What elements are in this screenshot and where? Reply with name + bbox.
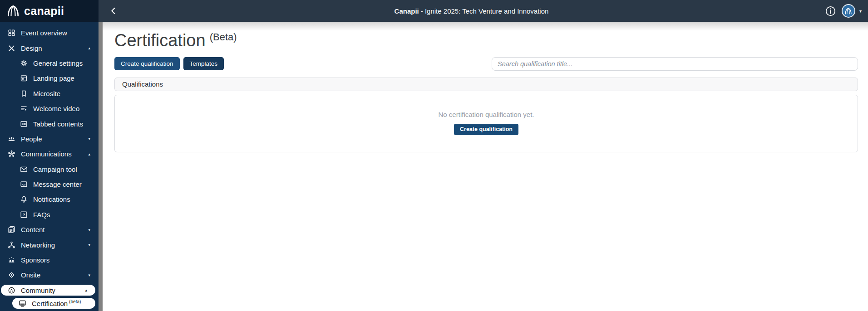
sidebar-item-label: People [21, 135, 42, 143]
qualifications-panel-body: No certification qualification yet. Crea… [114, 95, 858, 152]
calendar-icon [20, 74, 28, 83]
screen-icon [18, 299, 27, 308]
message-icon [20, 180, 28, 189]
qualifications-panel-header: Qualifications [114, 78, 858, 91]
sidebar-item-label: Notifications [33, 195, 70, 203]
community-icon [7, 286, 16, 295]
onsite-icon [7, 271, 16, 279]
sidebar-item-label: Sponsors [21, 256, 49, 264]
faq-icon: ? [20, 210, 28, 219]
grid-icon [7, 29, 16, 37]
avatar[interactable] [842, 4, 855, 18]
sidebar-item-communications[interactable]: Communications ▴ [0, 146, 99, 161]
sidebar-item-community[interactable]: Community ▴ [1, 285, 95, 296]
toolbar: Create qualification Templates [114, 57, 858, 71]
chevron-down-icon: ▾ [85, 228, 90, 232]
page-title: Certification(Beta) [114, 31, 858, 51]
sidebar-item-label: Content [21, 226, 45, 233]
sidebar-scrollbar[interactable] [99, 22, 103, 311]
sidebar-item-message-center[interactable]: Message center [0, 177, 99, 192]
brand-name: canapii [24, 5, 64, 18]
event-title-rest: - Ignite 2025: Tech Venture and Innovati… [421, 7, 549, 15]
sidebar-item-general-settings[interactable]: General settings [0, 56, 99, 71]
playlist-icon [20, 104, 28, 113]
qualifications-panel-title: Qualifications [122, 80, 163, 88]
network-icon [7, 241, 16, 249]
sidebar-item-label: Onsite [21, 271, 40, 279]
mail-icon [20, 165, 28, 174]
sidebar-item-certification[interactable]: Certification(beta) [12, 298, 95, 309]
svg-text:?: ? [23, 213, 25, 217]
bell-icon [20, 195, 28, 204]
sidebar-item-faqs[interactable]: ? FAQs [0, 207, 99, 222]
bookmark-icon [20, 89, 28, 98]
top-bar: canapii Canapii- Ignite 2025: Tech Ventu… [0, 0, 868, 22]
sidebar-item-campaign-tool[interactable]: Campaign tool [0, 162, 99, 177]
sidebar-item-label: Design [21, 44, 42, 52]
header-bar: Canapii- Ignite 2025: Tech Venture and I… [99, 0, 868, 22]
sidebar-item-label: Tabbed contents [33, 120, 83, 128]
chevron-left-icon[interactable] [108, 6, 118, 16]
sidebar-item-design[interactable]: Design ▴ [0, 40, 99, 55]
sidebar-item-tabbed-contents[interactable]: Tabbed contents [0, 116, 99, 131]
people-icon [7, 135, 16, 143]
sidebar-item-sponsors[interactable]: Sponsors [0, 253, 99, 267]
sidebar-item-label: Communications [21, 150, 72, 158]
content-icon [7, 225, 16, 234]
sidebar-item-event-overview[interactable]: Event overview [0, 25, 99, 40]
sidebar-item-welcome-video[interactable]: Welcome video [0, 101, 99, 116]
brand-logo: canapii [0, 0, 99, 22]
chevron-down-icon: ▾ [85, 243, 90, 247]
info-icon[interactable] [824, 5, 837, 17]
avatar-canopy-icon [844, 7, 853, 15]
search-input[interactable] [492, 57, 858, 71]
sidebar-item-people[interactable]: People ▾ [0, 131, 99, 146]
sidebar-item-label: Networking [21, 241, 55, 249]
tabs-icon [20, 120, 28, 128]
sidebar-item-label: FAQs [33, 211, 50, 219]
sidebar-item-label: Event overview [21, 29, 67, 37]
chevron-down-icon: ▾ [85, 273, 90, 277]
chevron-up-icon: ▴ [85, 152, 90, 156]
body-row: Event overview Design ▴ General settings… [0, 22, 868, 311]
chevron-up-icon: ▴ [85, 46, 90, 50]
sidebar-item-label: Welcome video [33, 105, 79, 112]
sidebar-item-notifications[interactable]: Notifications [0, 192, 99, 207]
header-actions: ▾ [824, 4, 862, 18]
page-title-text: Certification [114, 31, 206, 50]
chevron-down-icon[interactable]: ▾ [859, 9, 862, 14]
sponsors-icon [7, 256, 16, 264]
empty-state-message: No certification qualification yet. [439, 111, 534, 118]
chevron-up-icon: ▴ [82, 288, 87, 292]
chevron-down-icon: ▾ [85, 136, 90, 141]
sidebar-item-label: Microsite [33, 90, 60, 97]
sidebar-nav: Event overview Design ▴ General settings… [0, 22, 99, 311]
sidebar-item-label: Landing page [33, 74, 74, 82]
create-qualification-button[interactable]: Create qualification [114, 57, 180, 70]
main-content: Certification(Beta) Create qualification… [103, 22, 868, 311]
sidebar-item-label: General settings [33, 59, 83, 67]
app-window: canapii Canapii- Ignite 2025: Tech Ventu… [0, 0, 868, 311]
sidebar-item-label: Message center [33, 180, 82, 188]
sidebar-item-onsite[interactable]: Onsite ▾ [0, 267, 99, 282]
sidebar-item-label: Certification(beta) [32, 299, 81, 307]
sidebar-item-content[interactable]: Content ▾ [0, 222, 99, 237]
sidebar-item-microsite[interactable]: Microsite [0, 86, 99, 101]
empty-create-qualification-button[interactable]: Create qualification [454, 124, 518, 135]
event-title-brand: Canapii [395, 7, 419, 15]
event-title: Canapii- Ignite 2025: Tech Venture and I… [118, 7, 824, 15]
canopy-icon [6, 4, 20, 18]
beta-badge: (Beta) [210, 31, 237, 43]
gear-icon [20, 59, 28, 68]
sidebar-item-landing-page[interactable]: Landing page [0, 71, 99, 86]
hub-icon [7, 150, 16, 158]
sidebar-item-label: Campaign tool [33, 165, 77, 173]
design-icon [7, 44, 16, 53]
templates-button[interactable]: Templates [183, 57, 224, 70]
sidebar-item-label: Community [21, 287, 55, 294]
sidebar-item-networking[interactable]: Networking ▾ [0, 237, 99, 252]
